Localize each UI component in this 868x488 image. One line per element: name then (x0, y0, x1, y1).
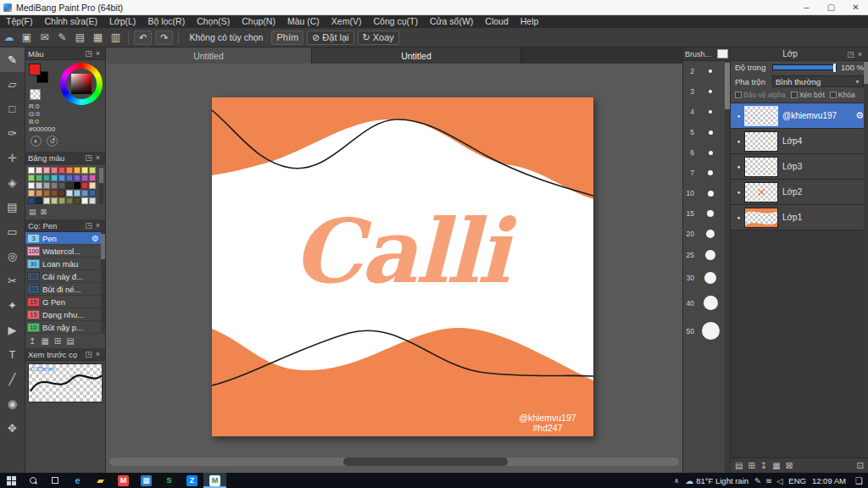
menu-item[interactable]: Xem(V) (326, 15, 368, 28)
pen-input-icon[interactable]: ✎ (754, 476, 761, 485)
menu-item[interactable]: Tệp(F) (0, 15, 39, 28)
weather-widget[interactable]: ☁ 81°F Light rain (685, 476, 748, 485)
lasso-tool[interactable]: ✂ (0, 269, 25, 293)
palette-swatch[interactable] (81, 190, 88, 197)
palette-swatch[interactable] (89, 175, 96, 181)
tab-untitled-1[interactable]: Untitled (106, 47, 312, 64)
brush-size-item[interactable]: 10 (683, 183, 725, 203)
palette-swatch[interactable] (74, 197, 81, 204)
maximize-button[interactable]: ▢ (819, 0, 843, 14)
taskbar-app-spotify[interactable]: S (158, 473, 181, 488)
palette-swatch[interactable] (58, 197, 65, 204)
menu-item[interactable]: Chụp(N) (236, 15, 281, 28)
palette-swatch[interactable] (66, 182, 73, 189)
tray-chevron-icon[interactable]: ∧ (674, 477, 679, 485)
document-icon[interactable]: ▤ (71, 31, 89, 43)
brush-up-icon[interactable]: ↥ (29, 336, 36, 346)
transparent-color-swatch[interactable] (30, 89, 41, 100)
taskbar-app-file-explorer[interactable]: ▰ (89, 473, 112, 488)
duplicate-layer-icon[interactable]: ⊞ (748, 461, 754, 470)
palette-swatch[interactable] (28, 175, 35, 181)
popout-icon[interactable]: ◳ (84, 153, 93, 162)
brush-item[interactable]: 58Bút đi né... (25, 283, 101, 296)
menu-item[interactable]: Chỉnh sửa(E) (39, 15, 103, 28)
menu-item[interactable]: Bộ lọc(R) (142, 15, 191, 28)
close-icon[interactable]: × (855, 50, 865, 58)
palette-swatch[interactable] (81, 167, 88, 174)
move-tool[interactable]: ✛ (0, 146, 25, 170)
brush-item[interactable]: 30Loan màu (25, 258, 101, 270)
close-button[interactable]: ✕ (843, 0, 868, 14)
popout-icon[interactable]: ◳ (846, 50, 855, 58)
comment-icon[interactable]: ✉ (36, 31, 53, 43)
dot-tool[interactable]: □ (0, 97, 25, 121)
clock[interactable]: 12:09 AM (812, 476, 846, 485)
popout-icon[interactable]: ◳ (84, 49, 93, 58)
palette-swatch[interactable] (36, 175, 42, 181)
add-brush-icon[interactable]: ⊞ (54, 336, 61, 346)
palette-swatch[interactable] (43, 182, 50, 189)
palette-swatch[interactable] (28, 190, 35, 197)
palette-swatch[interactable] (28, 197, 35, 204)
opacity-slider[interactable] (772, 64, 837, 70)
brush-item[interactable]: 100Watercol... (25, 245, 101, 258)
brush-item[interactable]: 70Cải này đ... (25, 270, 101, 283)
menu-item[interactable]: Lớp(L) (103, 15, 142, 28)
palette-swatch[interactable] (51, 197, 58, 204)
protect-alpha-checkbox[interactable]: Bảo vệ alpha (735, 91, 786, 99)
magic-wand-tool[interactable]: ✦ (0, 293, 25, 318)
layers-scrollbar[interactable] (864, 61, 868, 458)
canvas[interactable]: Calli @khiemvu197 #hd247 (212, 97, 593, 436)
palette-swatch[interactable] (66, 190, 73, 197)
layer-folder-icon[interactable]: ▦ (772, 461, 780, 470)
brush-edit-icon[interactable]: ▤ (66, 336, 74, 346)
operation-tool[interactable]: ▶ (0, 318, 25, 342)
palette-swatch[interactable] (58, 190, 65, 197)
palette-swatch[interactable] (74, 190, 81, 197)
foreground-color-swatch[interactable] (29, 64, 41, 75)
reset-view-button[interactable]: ⊘ Đặt lại (307, 30, 353, 45)
brush-settings-gear-icon[interactable]: ⚙ (92, 234, 101, 243)
palette-swatch[interactable] (28, 167, 35, 174)
brush-item[interactable]: 10Bút nậy p... (25, 321, 101, 334)
palette-swatch[interactable] (89, 197, 96, 204)
palette-swatch[interactable] (89, 167, 96, 174)
layer-row[interactable]: ●@khiemvu197⚙ (731, 103, 868, 129)
palette-swatch[interactable] (89, 190, 96, 197)
brush-size-item[interactable]: 5 (683, 122, 725, 142)
brush-size-item[interactable]: 4 (683, 102, 725, 122)
popout-icon[interactable]: ◳ (84, 350, 93, 358)
brush-item[interactable]: 3Pen⚙ (25, 232, 101, 245)
palette-swatch[interactable] (51, 190, 58, 197)
save-icon[interactable]: ▣ (18, 31, 36, 43)
menu-item[interactable]: Cloud (479, 15, 514, 28)
redo-button[interactable]: ↷ (155, 30, 173, 45)
palette-swatch[interactable] (43, 167, 50, 174)
brush-size-item[interactable]: 50 (683, 316, 725, 346)
palette-swatch[interactable] (81, 175, 88, 181)
close-icon[interactable]: × (93, 153, 103, 162)
grid-icon[interactable]: ▦ (89, 31, 107, 43)
minimize-button[interactable]: – (794, 0, 819, 14)
start-button[interactable] (0, 473, 22, 488)
ellipse-select-tool[interactable]: ◎ (0, 244, 25, 269)
text-tool[interactable]: T (0, 342, 25, 367)
layer-row[interactable]: ●Lớp1 (731, 205, 868, 230)
material-panel-icon[interactable]: ⊡ (857, 461, 864, 470)
brush-size-item[interactable]: 30 (683, 266, 725, 290)
taskbar-app-photos[interactable]: ▦ (135, 473, 158, 488)
palette-swatch[interactable] (36, 182, 42, 189)
color-mode-icon[interactable]: ◐ (31, 136, 42, 147)
cloud-upload-icon[interactable]: ☁ (0, 31, 18, 43)
palette-swatch[interactable] (81, 182, 88, 189)
palette-swatch[interactable] (43, 190, 50, 197)
palette-swatch[interactable] (74, 182, 81, 189)
select-tool[interactable]: ▭ (0, 219, 25, 244)
palette-swatch[interactable] (74, 175, 81, 181)
palette-swatch[interactable] (51, 175, 58, 181)
taskbar-app-edge[interactable]: e (66, 473, 89, 488)
brush-size-item[interactable]: 2 (683, 61, 725, 81)
keys-button[interactable]: Phím (271, 30, 303, 45)
delete-color-icon[interactable]: ⊠ (41, 208, 47, 216)
search-button[interactable] (22, 473, 44, 488)
